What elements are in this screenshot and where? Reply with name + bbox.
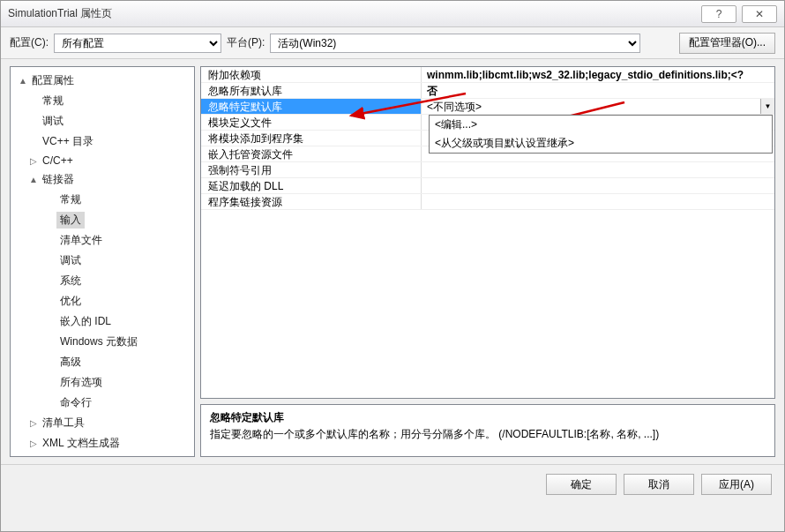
tree-node-label: 调试 (39, 113, 67, 130)
tree-node[interactable]: ▲配置属性 (11, 71, 194, 91)
close-button[interactable]: ✕ (742, 5, 777, 23)
tree-node-label: 常规 (56, 191, 85, 208)
property-value[interactable] (422, 178, 774, 193)
tree-node[interactable]: 调试 (11, 251, 194, 271)
dropdown-option[interactable]: <从父级或项目默认设置继承> (430, 134, 772, 153)
toolbar: 配置(C): 所有配置 平台(P): 活动(Win32) 配置管理器(O)... (1, 27, 784, 59)
property-name: 模块定义文件 (201, 115, 422, 130)
property-name: 延迟加载的 DLL (201, 178, 422, 193)
platform-label: 平台(P): (227, 35, 265, 50)
tree-node-label: 输入 (56, 212, 85, 229)
property-row[interactable]: 程序集链接资源 (201, 194, 774, 210)
config-label: 配置(C): (10, 35, 49, 50)
property-row[interactable]: 忽略所有默认库否 (201, 83, 774, 99)
tree-node-label: 高级 (56, 354, 85, 371)
config-manager-button[interactable]: 配置管理器(O)... (679, 33, 775, 54)
tree-twisty-icon: ▲ (18, 76, 28, 86)
value-dropdown[interactable]: <编辑...><从父级或项目默认设置继承> (429, 115, 773, 154)
property-row[interactable]: 强制符号引用 (201, 162, 774, 178)
tree-node[interactable]: 嵌入的 IDL (11, 311, 194, 332)
tree-node[interactable]: 所有选项 (11, 372, 194, 393)
tree-twisty-icon: ▷ (28, 438, 39, 448)
tree-node[interactable]: 清单文件 (11, 230, 194, 251)
title-bar: SimulationTrial 属性页 ? ✕ (1, 1, 784, 27)
tree-node-label: XML 文档生成器 (39, 435, 123, 452)
description-body: 指定要忽略的一个或多个默认库的名称；用分号分隔多个库。 (/NODEFAULTL… (210, 427, 766, 442)
tree-node[interactable]: 高级 (11, 352, 194, 372)
tree-node-label: 常规 (39, 93, 67, 109)
property-name: 忽略所有默认库 (201, 83, 422, 98)
property-name: 将模块添加到程序集 (201, 131, 422, 146)
property-value[interactable]: winmm.lib;libcmt.lib;ws2_32.lib;legacy_s… (422, 67, 774, 82)
tree-node-label: 命令行 (56, 394, 95, 411)
platform-select[interactable]: 活动(Win32) (270, 34, 640, 53)
tree-twisty-icon: ▷ (28, 418, 39, 428)
tree-node[interactable]: ▷C/C++ (11, 152, 194, 169)
tree-node[interactable]: ▷清单工具 (11, 413, 194, 433)
tree-node[interactable]: 系统 (11, 271, 194, 291)
property-value[interactable]: <不同选项>▼ (422, 99, 774, 114)
tree-node-label: 嵌入的 IDL (56, 313, 115, 330)
tree-node-label: 优化 (56, 293, 85, 310)
ok-button[interactable]: 确定 (546, 474, 617, 495)
tree-node-label: 浏览信息 (39, 455, 88, 457)
cancel-button[interactable]: 取消 (624, 474, 694, 495)
tree-node-label: 清单工具 (39, 415, 88, 431)
tree-node[interactable]: 常规 (11, 190, 194, 210)
property-value[interactable] (422, 194, 774, 209)
dropdown-button[interactable]: ▼ (760, 99, 774, 114)
tree-node-label: VC++ 目录 (39, 133, 97, 150)
dropdown-option[interactable]: <编辑...> (430, 116, 772, 134)
tree-node[interactable]: ▲链接器 (11, 169, 194, 190)
tree-node[interactable]: 调试 (11, 111, 194, 131)
property-value[interactable] (422, 162, 774, 177)
tree-node[interactable]: Windows 元数据 (11, 332, 194, 352)
help-button[interactable]: ? (701, 5, 736, 23)
tree-node-label: 系统 (56, 273, 85, 289)
tree-node-label: Windows 元数据 (56, 333, 141, 350)
property-name: 程序集链接资源 (201, 194, 422, 209)
property-row[interactable]: 忽略特定默认库<不同选项>▼ (201, 99, 774, 115)
tree-node[interactable]: VC++ 目录 (11, 131, 194, 152)
nav-tree[interactable]: ▲配置属性常规调试VC++ 目录▷C/C++▲链接器常规输入清单文件调试系统优化… (10, 66, 195, 457)
property-value[interactable]: 否 (422, 83, 774, 98)
tree-node-label: 配置属性 (28, 72, 78, 89)
property-name: 附加依赖项 (201, 67, 422, 82)
tree-node-label: 调试 (56, 252, 85, 269)
tree-node[interactable]: 输入 (11, 210, 194, 230)
tree-node[interactable]: ▷浏览信息 (11, 453, 194, 457)
tree-node-label: 清单文件 (56, 232, 106, 249)
tree-node-label: 链接器 (39, 171, 78, 188)
property-row[interactable]: 附加依赖项winmm.lib;libcmt.lib;ws2_32.lib;leg… (201, 67, 774, 83)
tree-node-label: 所有选项 (56, 374, 106, 391)
description-title: 忽略特定默认库 (210, 410, 766, 425)
tree-twisty-icon: ▷ (28, 156, 39, 166)
apply-button[interactable]: 应用(A) (701, 474, 772, 495)
tree-node[interactable]: 优化 (11, 291, 194, 311)
property-name: 嵌入托管资源文件 (201, 146, 422, 161)
config-select[interactable]: 所有配置 (54, 34, 221, 53)
property-grid[interactable]: 附加依赖项winmm.lib;libcmt.lib;ws2_32.lib;leg… (200, 66, 775, 399)
tree-node[interactable]: 命令行 (11, 393, 194, 413)
property-name: 强制符号引用 (201, 162, 422, 177)
tree-node[interactable]: 常规 (11, 91, 194, 111)
window-title: SimulationTrial 属性页 (8, 6, 696, 21)
tree-twisty-icon: ▲ (28, 175, 39, 184)
description-panel: 忽略特定默认库 指定要忽略的一个或多个默认库的名称；用分号分隔多个库。 (/NO… (200, 404, 775, 457)
tree-node[interactable]: ▷XML 文档生成器 (11, 433, 194, 453)
property-name: 忽略特定默认库 (201, 99, 422, 114)
dialog-footer: 确定 取消 应用(A) (1, 465, 784, 504)
property-row[interactable]: 延迟加载的 DLL (201, 178, 774, 194)
tree-node-label: C/C++ (39, 154, 77, 168)
